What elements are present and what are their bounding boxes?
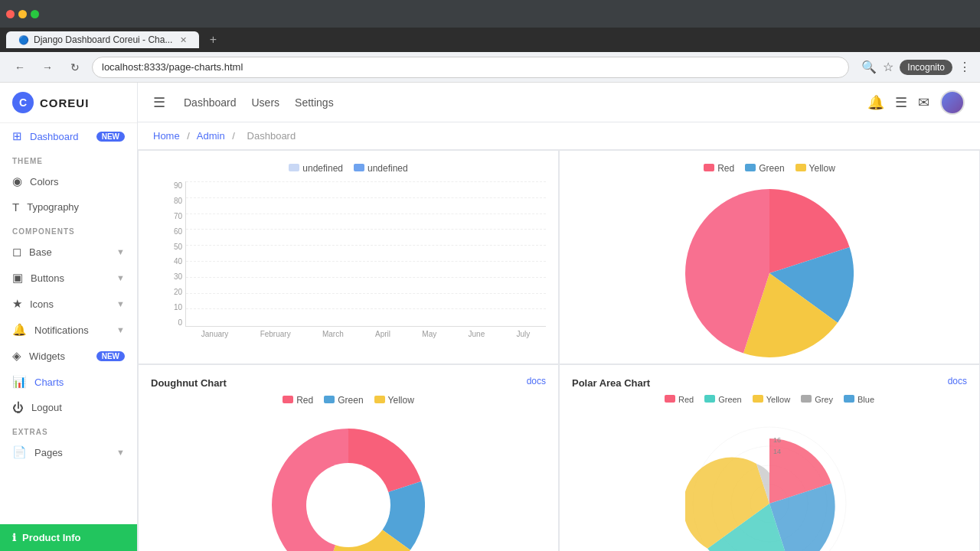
new-tab-button[interactable]: + — [202, 31, 224, 49]
x-label-jun: June — [469, 330, 485, 338]
pie-chart-card: Red Green Yellow — [559, 150, 980, 364]
notifications-icon: 🔔 — [12, 323, 27, 337]
y-label: 60 — [174, 227, 182, 236]
envelope-icon[interactable]: ✉ — [918, 94, 929, 111]
breadcrumb-admin[interactable]: Admin — [197, 130, 225, 142]
sidebar-item-widgets[interactable]: ◈ Widgets NEW — [0, 343, 137, 369]
sidebar-item-colors[interactable]: ◉ Colors — [0, 168, 137, 194]
refresh-button[interactable]: ↻ — [64, 57, 86, 78]
sidebar-item-icons[interactable]: ★ Icons ▼ — [0, 291, 137, 317]
legend-polar-yellow: Yellow — [753, 395, 790, 404]
bell-icon[interactable]: 🔔 — [867, 94, 884, 111]
bar-chart-legend: undefined undefined — [151, 163, 546, 174]
y-label: 10 — [174, 303, 182, 311]
breadcrumb-current: Dashboard — [247, 130, 296, 142]
sidebar-label-base: Base — [29, 246, 52, 258]
sidebar-item-charts[interactable]: 📊 Charts — [0, 369, 137, 395]
y-label: 50 — [174, 243, 182, 251]
nav-link-users[interactable]: Users — [252, 93, 280, 112]
pie-chart-legend: Red Green Yellow — [572, 163, 967, 174]
tab-label: Django Dashboard Coreui - Cha... — [34, 34, 172, 45]
icons-nav-icon: ★ — [12, 297, 22, 311]
sidebar-item-dashboard[interactable]: ⊞ Dashboard NEW — [0, 123, 137, 149]
breadcrumb-home[interactable]: Home — [153, 130, 180, 142]
notifications-arrow-icon: ▼ — [116, 325, 125, 334]
legend-polar-grey: Grey — [801, 395, 833, 404]
y-label: 40 — [174, 257, 182, 266]
widgets-badge: NEW — [96, 351, 125, 361]
sidebar-logo: C COREUI — [0, 83, 137, 123]
legend-donut-red: Red — [283, 395, 313, 406]
sidebar-item-logout[interactable]: ⏻ Logout — [0, 395, 137, 420]
sidebar: C COREUI ⊞ Dashboard NEW THEME ◉ Colors … — [0, 83, 138, 551]
breadcrumb-sep2: / — [232, 130, 235, 142]
incognito-button[interactable]: Incognito — [900, 60, 952, 75]
sidebar-label-typography: Typography — [27, 201, 79, 213]
sidebar-section-extras: EXTRAS — [0, 420, 137, 439]
colors-icon: ◉ — [12, 174, 22, 188]
sidebar-label-colors: Colors — [30, 176, 59, 187]
x-label-jul: July — [517, 330, 531, 338]
bookmark-icon[interactable]: ☆ — [883, 60, 893, 74]
polar-chart-visual: 16 14 — [572, 412, 967, 551]
donut-chart-card: Doughnut Chart docs Red Green Yellow — [138, 364, 559, 551]
product-info-button[interactable]: ℹ Product Info — [0, 524, 137, 551]
breadcrumb: Home / Admin / Dashboard — [138, 122, 980, 150]
avatar[interactable] — [940, 90, 965, 115]
dashboard-icon: ⊞ — [12, 129, 22, 143]
nav-link-dashboard[interactable]: Dashboard — [184, 93, 237, 112]
url-text: localhost:8333/page-charts.html — [102, 61, 243, 73]
sidebar-label-dashboard: Dashboard — [30, 131, 79, 142]
polar-label-14: 14 — [773, 448, 781, 455]
y-label: 80 — [174, 197, 182, 205]
donut-chart-title: Doughnut Chart — [151, 377, 546, 389]
top-navigation: ☰ Dashboard Users Settings 🔔 ☰ ✉ — [138, 83, 980, 122]
legend-yellow: Yellow — [795, 163, 835, 174]
sidebar-label-logout: Logout — [31, 402, 62, 413]
top-nav-actions: 🔔 ☰ ✉ — [867, 90, 965, 115]
charts-icon: 📊 — [12, 375, 27, 389]
browser-tab[interactable]: 🔵 Django Dashboard Coreui - Cha... ✕ — [6, 31, 199, 48]
logo-text: COREUI — [40, 96, 89, 109]
forward-button[interactable]: → — [37, 57, 58, 78]
y-label: 90 — [174, 181, 182, 190]
logo-icon: C — [12, 92, 34, 113]
hamburger-icon[interactable]: ☰ — [153, 94, 165, 111]
logout-icon: ⏻ — [12, 401, 24, 414]
sidebar-item-notifications[interactable]: 🔔 Notifications ▼ — [0, 317, 137, 343]
donut-hole — [306, 463, 390, 547]
y-label: 0 — [174, 318, 182, 327]
sidebar-label-pages: Pages — [34, 447, 63, 458]
pie-chart-visual — [572, 181, 967, 365]
buttons-icon: ▣ — [12, 271, 23, 285]
legend-polar-green: Green — [704, 395, 742, 404]
polar-chart-docs[interactable]: docs — [948, 376, 967, 386]
back-button[interactable]: ← — [9, 57, 31, 78]
sidebar-item-pages[interactable]: 📄 Pages ▼ — [0, 439, 137, 465]
sidebar-label-charts: Charts — [34, 377, 64, 388]
main-content: ☰ Dashboard Users Settings 🔔 ☰ ✉ Home / … — [138, 83, 980, 551]
donut-chart-docs[interactable]: docs — [527, 376, 546, 386]
x-label-may: May — [422, 330, 436, 338]
base-arrow-icon: ▼ — [116, 247, 125, 256]
typography-icon: T — [12, 201, 19, 214]
legend-green: Green — [745, 163, 784, 174]
sidebar-item-typography[interactable]: T Typography — [0, 194, 137, 220]
pages-icon: 📄 — [12, 445, 27, 459]
menu-dots-icon[interactable]: ⋮ — [959, 60, 971, 74]
sidebar-item-buttons[interactable]: ▣ Buttons ▼ — [0, 265, 137, 291]
donut-chart-legend: Red Green Yellow — [151, 395, 546, 406]
x-label-apr: April — [375, 330, 390, 338]
sidebar-item-base[interactable]: ◻ Base ▼ — [0, 239, 137, 265]
sidebar-label-notifications: Notifications — [34, 324, 89, 336]
search-icon[interactable]: 🔍 — [861, 60, 877, 74]
dashboard-badge: NEW — [96, 132, 125, 142]
top-nav-links: Dashboard Users Settings — [184, 93, 849, 112]
nav-link-settings[interactable]: Settings — [295, 93, 334, 112]
list-icon[interactable]: ☰ — [895, 94, 907, 111]
legend-item: undefined — [354, 163, 408, 174]
url-bar[interactable]: localhost:8333/page-charts.html — [92, 57, 849, 78]
sidebar-section-theme: THEME — [0, 149, 137, 168]
browser-chrome — [0, 0, 980, 28]
charts-area: undefined undefined 90 80 70 60 50 40 30… — [138, 150, 980, 551]
